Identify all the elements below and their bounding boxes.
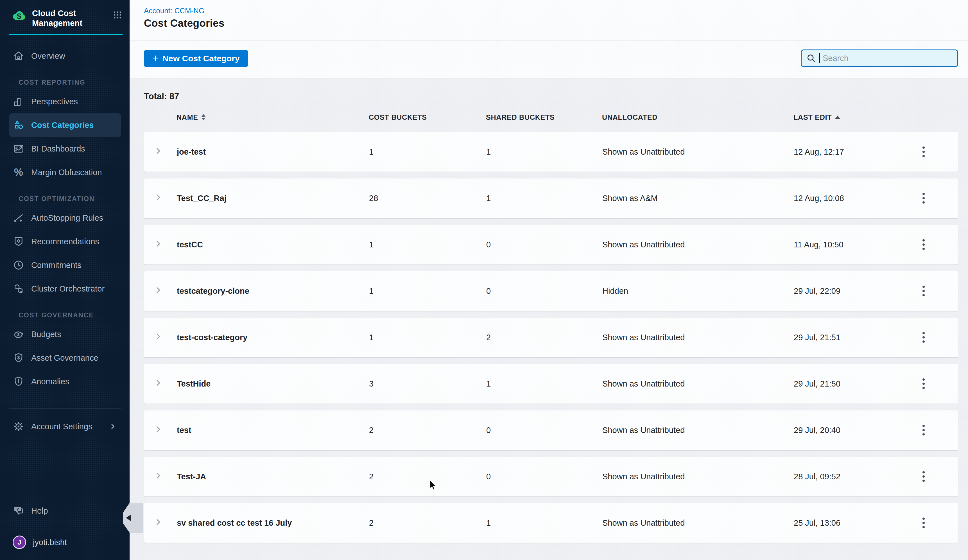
bar-chart-icon <box>13 96 25 108</box>
table-row[interactable]: testcategory-clone 1 0 Hidden 29 Jul, 22… <box>144 271 958 311</box>
row-expand-chevron-icon[interactable] <box>154 239 163 250</box>
row-shared-buckets: 0 <box>482 240 598 249</box>
row-cost-buckets: 2 <box>365 426 482 435</box>
sidebar-item-margin-obfuscation[interactable]: % Margin Obfuscation <box>9 161 121 184</box>
column-header-last-edit[interactable]: LAST EDIT <box>789 113 914 121</box>
row-expand-chevron-icon[interactable] <box>154 378 163 389</box>
row-unallocated: Shown as Unattributed <box>598 426 789 435</box>
row-menu-kebab-icon[interactable] <box>918 515 929 531</box>
sidebar-item-label: Cost Categories <box>31 121 94 130</box>
row-unallocated: Hidden <box>598 287 789 296</box>
row-cost-buckets: 1 <box>365 147 482 157</box>
row-name: Test_CC_Raj <box>172 194 365 203</box>
sidebar-item-label: Account Settings <box>31 422 93 431</box>
table-row[interactable]: testCC 1 0 Shown as Unattributed 11 Aug,… <box>144 225 958 265</box>
column-header-unallocated: UNALLOCATED <box>598 113 789 121</box>
row-name: test <box>172 426 365 435</box>
breadcrumb-account-link[interactable]: Account: CCM-NG <box>144 7 204 15</box>
row-menu-kebab-icon[interactable] <box>918 190 929 206</box>
search-placeholder: Search <box>823 54 849 63</box>
row-last-edit: 11 Aug, 10:50 <box>789 240 914 249</box>
row-unallocated: Shown as Unattributed <box>598 147 789 157</box>
row-menu-kebab-icon[interactable] <box>918 329 929 346</box>
table-row[interactable]: Test-JA 2 0 Shown as Unattributed 28 Jul… <box>144 457 958 497</box>
row-expand-chevron-icon[interactable] <box>154 286 163 297</box>
collapse-left-arrow-icon <box>126 515 131 521</box>
sidebar-item-account-settings[interactable]: Account Settings <box>9 415 121 438</box>
app-grid-icon[interactable] <box>113 10 122 21</box>
row-cost-buckets: 1 <box>365 287 482 296</box>
row-last-edit: 29 Jul, 21:51 <box>789 333 914 342</box>
sidebar-section-cost-reporting: COST REPORTING <box>9 77 121 88</box>
sidebar-item-cost-categories[interactable]: Cost Categories <box>9 113 121 137</box>
row-name: joe-test <box>172 147 365 157</box>
row-shared-buckets: 0 <box>482 426 598 435</box>
sidebar-item-recommendations[interactable]: Recommendations <box>9 230 121 253</box>
row-last-edit: 25 Jul, 13:06 <box>789 519 914 528</box>
table-row[interactable]: test 2 0 Shown as Unattributed 29 Jul, 2… <box>144 410 958 450</box>
row-last-edit: 12 Aug, 12:17 <box>789 147 914 157</box>
svg-text:!: ! <box>18 378 19 384</box>
row-cost-buckets: 2 <box>365 472 482 481</box>
cloud-cost-logo-icon: $ <box>12 8 27 24</box>
sidebar-item-cluster-orchestrator[interactable]: Cluster Orchestrator <box>9 277 121 300</box>
row-name: Test-JA <box>172 472 365 481</box>
clock-icon <box>13 259 25 271</box>
row-expand-chevron-icon[interactable] <box>154 425 163 436</box>
row-unallocated: Shown as A&M <box>598 194 789 203</box>
dashboard-icon <box>13 143 25 155</box>
table-row[interactable]: sv shared cost cc test 16 July 2 1 Shown… <box>144 503 958 543</box>
table-row[interactable]: TestHide 3 1 Shown as Unattributed 29 Ju… <box>144 364 958 404</box>
row-shared-buckets: 0 <box>482 287 598 296</box>
user-profile[interactable]: J jyoti.bisht <box>9 530 121 554</box>
row-expand-chevron-icon[interactable] <box>154 471 163 482</box>
table-row[interactable]: Test_CC_Raj 28 1 Shown as A&M 12 Aug, 10… <box>144 178 958 218</box>
column-header-name[interactable]: NAME <box>172 113 364 121</box>
sidebar-item-label: Overview <box>31 51 65 61</box>
sidebar-item-overview[interactable]: Overview <box>9 44 121 68</box>
row-menu-kebab-icon[interactable] <box>918 144 929 160</box>
row-shared-buckets: 1 <box>482 379 598 389</box>
page-header: Account: CCM-NG Cost Categories <box>129 0 968 40</box>
row-name: TestHide <box>172 379 365 389</box>
sidebar-item-label: Commitments <box>31 260 81 270</box>
sidebar-item-perspectives[interactable]: Perspectives <box>9 89 121 113</box>
row-expand-chevron-icon[interactable] <box>154 332 163 343</box>
recommendation-icon <box>13 235 25 247</box>
sidebar-item-label: AutoStopping Rules <box>31 214 103 223</box>
sidebar-item-budgets[interactable]: $ Budgets <box>9 323 121 346</box>
row-unallocated: Shown as Unattributed <box>598 240 789 249</box>
sidebar-item-label: Cluster Orchestrator <box>31 284 104 293</box>
shield-alert-icon: ! <box>13 376 25 388</box>
text-caret <box>819 53 820 63</box>
shapes-icon <box>13 119 25 131</box>
row-menu-kebab-icon[interactable] <box>918 468 929 485</box>
row-menu-kebab-icon[interactable] <box>918 283 929 299</box>
row-menu-kebab-icon[interactable] <box>918 237 929 253</box>
row-expand-chevron-icon[interactable] <box>154 193 163 204</box>
row-expand-chevron-icon[interactable] <box>154 146 163 157</box>
help-label: Help <box>31 506 48 515</box>
row-shared-buckets: 1 <box>482 519 598 528</box>
search-input[interactable]: Search <box>801 50 958 67</box>
sidebar-item-bi-dashboards[interactable]: BI Dashboards <box>9 137 121 161</box>
sidebar-item-autostopping-rules[interactable]: AutoStopping Rules <box>9 206 121 230</box>
row-unallocated: Shown as Unattributed <box>598 519 789 528</box>
row-menu-kebab-icon[interactable] <box>918 376 929 392</box>
sidebar-item-commitments[interactable]: Commitments <box>9 253 121 277</box>
new-cost-category-button[interactable]: + New Cost Category <box>144 50 248 67</box>
sidebar-item-asset-governance[interactable]: $ Asset Governance <box>9 346 121 369</box>
toolbar: + New Cost Category Search <box>129 41 968 78</box>
table-row[interactable]: test-cost-category 1 2 Shown as Unattrib… <box>144 317 958 357</box>
row-expand-chevron-icon[interactable] <box>154 517 163 529</box>
table-row[interactable]: joe-test 1 1 Shown as Unattributed 12 Au… <box>144 132 958 172</box>
sidebar-item-label: Anomalies <box>31 377 69 386</box>
svg-text:$: $ <box>17 12 22 20</box>
content-area: Total: 87 NAME COST BUCKETS SHARED BUCKE… <box>129 79 968 560</box>
row-last-edit: 29 Jul, 20:40 <box>789 426 914 435</box>
row-menu-kebab-icon[interactable] <box>918 422 929 438</box>
gear-icon <box>13 421 25 432</box>
search-icon <box>806 53 816 63</box>
sidebar-item-anomalies[interactable]: ! Anomalies <box>9 369 121 393</box>
sidebar-item-help[interactable]: ? Help <box>9 499 121 523</box>
